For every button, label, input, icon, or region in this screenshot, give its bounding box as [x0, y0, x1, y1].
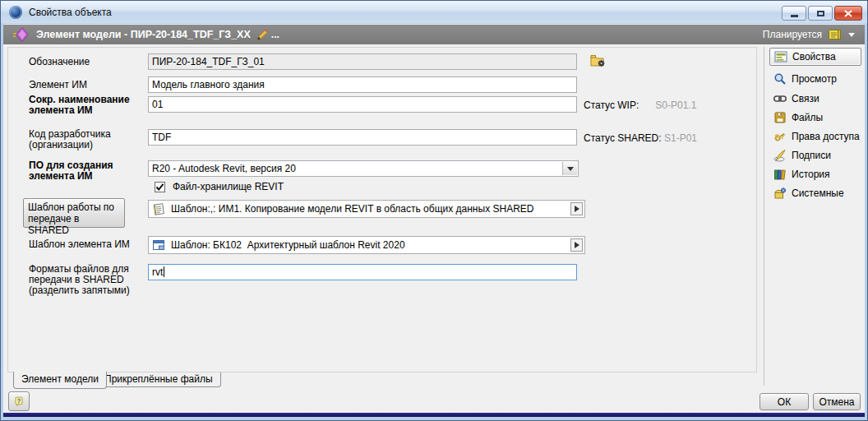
window-title: Свойства объекта — [29, 7, 112, 18]
workflow-template-expand-button[interactable] — [570, 202, 583, 215]
floppy-disk-icon — [773, 111, 787, 124]
object-title: Элемент модели - ПИР-20-184_TDF_ГЗ_ХХ — [36, 29, 251, 40]
sidebar-label: Файлы — [792, 112, 823, 123]
sidebar-item-history[interactable]: История — [769, 166, 834, 183]
element-template-value: Шаблон: БК102 Архитектурный шаблон Revit… — [171, 239, 405, 251]
element-template-expand-button[interactable] — [570, 238, 583, 252]
model-element-icon — [13, 27, 30, 42]
chevron-down-icon — [567, 167, 574, 171]
books-icon — [773, 168, 787, 181]
element-template-row[interactable]: Шаблон: БК102 Архитектурный шаблон Revit… — [148, 236, 585, 254]
sidebar-item-properties[interactable]: Свойства — [769, 48, 861, 66]
short-name-field[interactable] — [148, 96, 577, 113]
status-selector[interactable]: Планируется — [763, 28, 855, 41]
workflow-template-value: Шаблон:,: ИМ1. Копирование модели REVIT … — [171, 203, 533, 215]
sidebar-item-files[interactable]: Файлы — [769, 109, 827, 126]
help-button[interactable]: ? — [8, 391, 30, 411]
designation-label: Обозначение — [29, 57, 149, 67]
status-wip-label: Статус WIP: — [584, 99, 653, 111]
quill-signature-icon — [773, 149, 787, 162]
chevron-down-icon — [848, 33, 855, 37]
sidebar-label: Системные — [792, 187, 844, 199]
window-bottom-edge — [3, 413, 865, 417]
properties-form-icon — [774, 50, 787, 63]
sidebar-item-links[interactable]: Связи — [769, 90, 824, 107]
notes-icon — [152, 202, 166, 216]
sidebar-item-access-rights[interactable]: Права доступа — [769, 128, 864, 145]
status-shared-value: S1-P01 — [664, 132, 697, 144]
dev-code-label: Код разработчика (организации) — [29, 129, 149, 150]
chevron-right-icon — [575, 242, 579, 248]
software-combobox[interactable]: R20 - Autodesk Revit, версия 20 — [148, 160, 579, 177]
minimize-icon — [791, 15, 798, 17]
cancel-button[interactable]: Отмена — [813, 393, 861, 410]
sidebar-label: Права доступа — [792, 131, 860, 142]
keys-icon — [773, 130, 787, 143]
dev-code-field[interactable] — [148, 129, 577, 146]
properties-dialog: Свойства объекта Элемент модели - ПИР-20… — [0, 0, 868, 421]
element-label: Элемент ИМ — [29, 80, 149, 90]
designation-field[interactable] — [148, 53, 577, 70]
tab-attached-files[interactable]: Прикреплённые файлы — [96, 372, 221, 387]
ok-button[interactable]: ОК — [760, 393, 809, 410]
edit-ellipsis[interactable]: ... — [271, 29, 279, 40]
chain-link-icon — [773, 92, 787, 105]
status-wip-value: S0-P01.1 — [655, 99, 696, 111]
sidebar-item-preview[interactable]: Просмотр — [769, 71, 841, 87]
sidebar-divider — [764, 47, 764, 386]
revit-storage-label: Файл-хранилище REVIT — [173, 182, 353, 192]
status-shared: Статус SHARED: S1-P01 — [584, 132, 697, 144]
pencil-edit-icon[interactable] — [256, 28, 270, 41]
chevron-right-icon — [575, 206, 579, 212]
formats-label: Форматы файлов для передачи в SHARED (ра… — [29, 264, 152, 296]
box-gear-icon — [773, 187, 787, 200]
sidebar-label: Просмотр — [792, 73, 837, 85]
window-template-icon — [152, 238, 166, 252]
sidebar-item-system[interactable]: Системные — [769, 185, 848, 201]
workflow-template-row[interactable]: Шаблон:,: ИМ1. Копирование модели REVIT … — [148, 200, 585, 218]
help-icon: ? — [14, 395, 24, 408]
formats-value: rvt — [152, 266, 163, 278]
short-name-label: Сокр. наименование элемента ИМ — [29, 95, 149, 116]
close-icon — [844, 10, 852, 17]
software-value: R20 - Autodesk Revit, версия 20 — [152, 163, 296, 174]
element-name-field[interactable] — [148, 76, 577, 93]
software-dropdown-button[interactable] — [562, 162, 577, 175]
folder-gear-icon — [590, 53, 607, 68]
object-header-bar: Элемент модели - ПИР-20-184_TDF_ГЗ_ХХ ..… — [3, 24, 865, 45]
status-wip: Статус WIP: S0-P01.1 — [584, 99, 696, 111]
software-label: ПО для создания элемента ИМ — [29, 160, 149, 182]
sidebar-label: Свойства — [792, 51, 836, 62]
sidebar-label: История — [792, 169, 830, 180]
status-shared-label: Статус SHARED: — [584, 132, 662, 144]
svg-text:?: ? — [17, 398, 21, 405]
status-label: Планируется — [763, 29, 822, 40]
formats-field[interactable]: rvt — [148, 264, 577, 280]
element-template-label: Шаблон элемента ИМ — [29, 239, 149, 250]
magnifier-icon — [773, 72, 787, 86]
checkmark-icon — [155, 183, 164, 192]
maximize-icon — [817, 11, 824, 16]
sidebar-item-signatures[interactable]: Подписи — [769, 147, 835, 164]
sidebar-label: Подписи — [792, 150, 831, 161]
status-scroll-icon — [828, 28, 843, 41]
dialog-client: Обозначение Элемент ИМ Сокр. наименовани… — [3, 45, 865, 413]
tab-model-element[interactable]: Элемент модели — [13, 372, 107, 389]
shared-transfer-template-button[interactable]: Шаблон работы по передаче в SHARED — [23, 198, 125, 228]
title-bar[interactable]: Свойства объекта — [1, 1, 867, 23]
close-button[interactable] — [834, 6, 862, 21]
sidebar-label: Связи — [792, 93, 820, 104]
app-icon — [9, 6, 22, 19]
text-caret — [164, 266, 164, 277]
minimize-button[interactable] — [782, 6, 806, 21]
open-folder-settings-button[interactable] — [589, 52, 608, 70]
revit-storage-checkbox[interactable] — [155, 182, 165, 192]
maximize-button[interactable] — [808, 6, 833, 21]
